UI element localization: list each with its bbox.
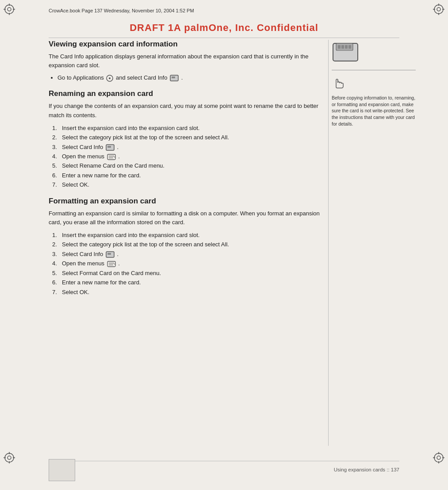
corner-mark-tr [432,3,445,16]
step-renaming-3: 3. Select Card Info . [52,142,323,152]
step-formatting-7: 7. Select OK. [52,287,323,297]
page-container: CrowAce.book Page 137 Wednesday, Novembe… [0,0,448,490]
step-formatting-2: 2. Select the category pick list at the … [52,240,323,249]
svg-point-25 [109,77,111,79]
svg-rect-34 [107,253,111,255]
svg-point-1 [8,8,11,11]
svg-rect-42 [345,45,348,49]
step-formatting-1: 1. Insert the expansion card into the ex… [52,230,323,240]
step-renaming-2: 2. Select the category pick list at the … [52,133,323,142]
card-info-icon-2 [105,144,117,150]
step-renaming-4: 4. Open the menus . [52,152,323,161]
section-renaming: Renaming an expansion card If you change… [49,89,323,189]
sidebar-card-icon [332,40,416,65]
svg-rect-43 [348,45,351,49]
step-renaming-6: 6. Enter a new name for the card. [52,171,323,180]
section-formatting: Formatting an expansion card Formatting … [49,197,323,297]
body-formatting: Formatting an expansion card is similar … [49,209,323,227]
sidebar-hand-icon [332,75,416,92]
steps-renaming: 1. Insert the expansion card into the ex… [52,123,323,190]
bullet-list-viewing: Go to Applications and select Card Info [57,73,323,82]
body-renaming: If you change the contents of an expansi… [49,102,323,119]
top-bar-text: CrowAce.book Page 137 Wednesday, Novembe… [49,8,194,13]
right-sidebar: Before copying information to, renaming,… [332,40,416,446]
card-info-icon-1 [169,74,181,81]
menu-icon-1 [106,153,119,160]
vert-divider [328,40,329,446]
steps-formatting: 1. Insert the expansion card into the ex… [52,230,323,297]
step-renaming-5: 5. Select Rename Card on the Card menu. [52,161,323,170]
svg-rect-40 [338,45,341,49]
heading-formatting: Formatting an expansion card [49,197,323,206]
top-horiz-line [49,38,399,38]
step-formatting-6: 6. Enter a new name for the card. [52,278,323,287]
apps-icon-1 [105,74,116,81]
svg-point-18 [434,453,443,462]
svg-point-12 [5,453,14,462]
main-content: Viewing expansion card information The C… [49,40,323,446]
sidebar-note-text: Before copying information to, renaming,… [332,95,416,127]
bottom-horiz-line [49,461,399,461]
svg-point-6 [434,5,443,14]
step-formatting-4: 4. Open the menus . [52,259,323,268]
section-viewing: Viewing expansion card information The C… [49,40,323,82]
svg-rect-27 [172,77,175,78]
sidebar-divider [332,70,416,70]
svg-point-7 [437,8,440,11]
corner-mark-tl [3,3,16,16]
bottom-left-rect [49,459,75,481]
step-renaming-1: 1. Insert the expansion card into the ex… [52,123,323,133]
heading-renaming: Renaming an expansion card [49,89,323,98]
step-renaming-7: 7. Select OK. [52,180,323,189]
top-bar: CrowAce.book Page 137 Wednesday, Novembe… [49,8,399,13]
step-formatting-5: 5. Select Format Card on the Card menu. [52,268,323,278]
heading-viewing: Viewing expansion card information [49,40,323,49]
svg-point-0 [5,5,14,14]
bullet-item-viewing: Go to Applications and select Card Info [57,73,323,82]
body-viewing: The Card Info application displays gener… [49,52,323,70]
corner-mark-br [432,451,445,464]
svg-point-13 [8,456,11,459]
menu-icon-2 [106,260,119,267]
step-formatting-3: 3. Select Card Info . [52,249,323,259]
svg-rect-41 [341,45,344,49]
corner-mark-bl [3,451,16,464]
footer-text: Using expansion cards :: 137 [334,467,399,472]
card-info-icon-3 [105,251,117,257]
svg-point-19 [437,456,440,459]
draft-title: DRAFT 1A palmOne, Inc. Confidential [0,22,448,34]
svg-rect-29 [107,146,111,148]
